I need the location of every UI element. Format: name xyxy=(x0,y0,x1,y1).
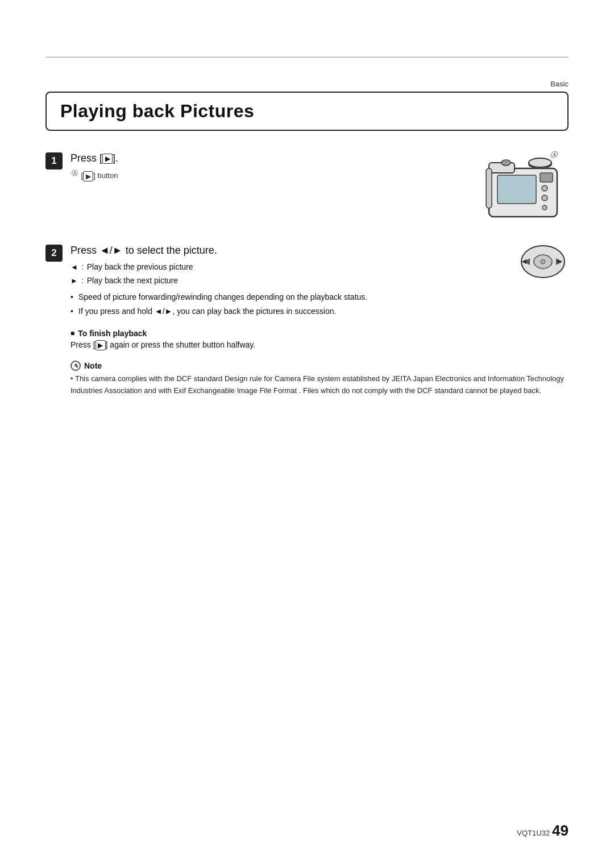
list-item-next: ► : Play back the next picture xyxy=(70,275,500,287)
right-arrow-symbol: ► xyxy=(70,275,78,287)
footer-code: VQT1U32 xyxy=(517,829,550,837)
note-icon: ✎ xyxy=(70,361,81,371)
step-1-content: Press [▶]. Ⓐ [▶] button xyxy=(70,151,569,225)
svg-point-8 xyxy=(542,205,547,210)
page-footer: VQT1U32 49 xyxy=(517,822,569,840)
note-label: Note xyxy=(84,361,102,370)
basic-label: Basic xyxy=(550,80,569,88)
step-1-block: 1 Press [▶]. Ⓐ [▶] button xyxy=(45,151,569,225)
finish-block: To finish playback Press [▶] again or pr… xyxy=(70,329,569,350)
dpad-svg: ◄ ► xyxy=(517,243,569,280)
svg-text:►: ► xyxy=(556,257,564,266)
colon-1: : xyxy=(81,261,84,273)
svg-rect-9 xyxy=(486,168,492,208)
next-text: Play back the next picture xyxy=(87,275,178,287)
svg-point-18 xyxy=(541,259,545,264)
note-block: ✎ Note • This camera complies with the D… xyxy=(70,361,569,397)
svg-text:◄: ◄ xyxy=(520,257,528,266)
step-1-left: Press [▶]. Ⓐ [▶] button xyxy=(70,151,460,181)
finish-button-icon: ▶ xyxy=(96,340,106,350)
svg-rect-4 xyxy=(497,175,536,204)
step-1-sub: Ⓐ [▶] button xyxy=(72,169,460,181)
step-2-illustration: ◄ ► xyxy=(517,243,569,280)
step-1-illustration: Ⓐ xyxy=(478,151,569,225)
list-item-prev: ◄ : Play back the previous picture xyxy=(70,261,500,273)
prev-text: Play back the previous picture xyxy=(87,261,193,273)
step-2-block: 2 Press ◄/► to select the picture. ◄ : P… xyxy=(45,243,569,397)
step-2-content: Press ◄/► to select the picture. ◄ : Pla… xyxy=(70,243,569,397)
step-1-title: Press [▶]. xyxy=(70,151,460,166)
bullet-speed: Speed of picture forwarding/rewinding ch… xyxy=(70,291,500,303)
step-2-left: Press ◄/► to select the picture. ◄ : Pla… xyxy=(70,243,500,320)
step-2-bullet-list: Speed of picture forwarding/rewinding ch… xyxy=(70,291,500,317)
colon-2: : xyxy=(81,275,84,287)
camera-svg: Ⓐ xyxy=(478,151,569,225)
svg-rect-5 xyxy=(540,173,553,182)
step-2-title: Press ◄/► to select the picture. xyxy=(70,243,500,258)
step-2-direction-list: ◄ : Play back the previous picture ► : P… xyxy=(70,261,500,287)
svg-point-7 xyxy=(542,195,547,201)
playback-button-icon: ▶ xyxy=(102,154,113,164)
svg-point-3 xyxy=(529,158,551,167)
step-1-number: 1 xyxy=(45,152,63,170)
page-title: Playing back Pictures xyxy=(60,101,554,122)
footer-number: 49 xyxy=(552,822,569,840)
left-arrow-symbol: ◄ xyxy=(70,262,78,273)
step-2-number: 2 xyxy=(45,245,63,262)
svg-text:Ⓐ: Ⓐ xyxy=(550,151,558,159)
svg-point-10 xyxy=(501,160,511,166)
note-header: ✎ Note xyxy=(70,361,569,371)
page-container: Basic Playing back Pictures 1 Press [▶].… xyxy=(0,0,614,868)
title-box: Playing back Pictures xyxy=(45,92,569,131)
finish-text: Press [▶] again or press the shutter but… xyxy=(70,340,569,350)
bullet-hold: If you press and hold ◄/►, you can play … xyxy=(70,305,500,317)
playback-button-sub-icon: ▶ xyxy=(83,171,93,181)
finish-title: To finish playback xyxy=(70,329,569,338)
svg-point-6 xyxy=(542,185,547,191)
note-text: • This camera complies with the DCF stan… xyxy=(70,373,569,397)
